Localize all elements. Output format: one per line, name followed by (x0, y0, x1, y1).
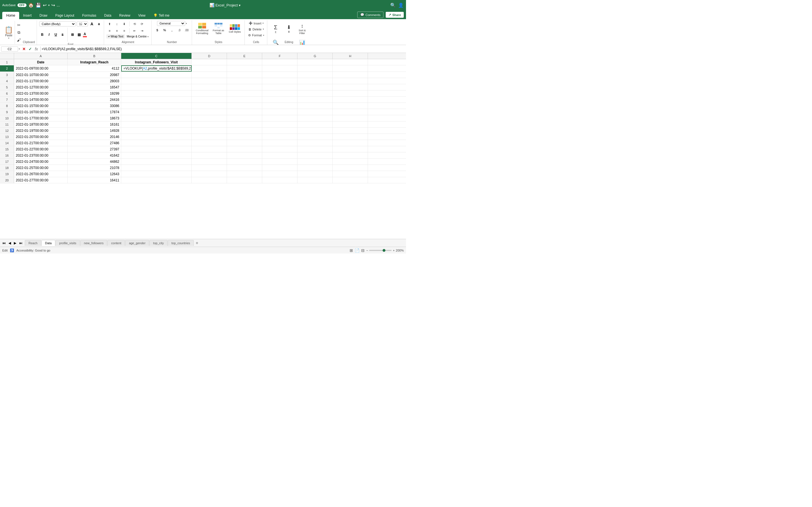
row-num-18[interactable]: 18 (0, 165, 14, 171)
sheet-tab-age-gender[interactable]: age_gender (125, 240, 149, 246)
conditional-formatting-button[interactable]: Conditional Formatting (194, 21, 210, 37)
name-box[interactable] (1, 47, 18, 52)
cell-f12[interactable] (262, 128, 297, 133)
cell-d14[interactable] (192, 140, 227, 146)
cell-f10[interactable] (262, 115, 297, 121)
row-num-6[interactable]: 6 (0, 91, 14, 96)
strikethrough-button[interactable]: S (59, 32, 66, 38)
home-icon[interactable]: 🏠 (28, 3, 34, 8)
cell-a19[interactable]: 2022-01-26T00:00:00 (14, 171, 68, 177)
cell-a13[interactable]: 2022-01-20T00:00:00 (14, 134, 68, 140)
cell-f18[interactable] (262, 165, 297, 171)
cell-a6[interactable]: 2022-01-13T00:00:00 (14, 91, 68, 96)
cell-b3[interactable]: 20987 (68, 72, 121, 78)
align-left-button[interactable]: ≡ (106, 27, 113, 34)
cell-f5[interactable] (262, 84, 297, 90)
cell-c19[interactable] (121, 171, 192, 177)
cell-e8[interactable] (227, 103, 262, 109)
redo-icon[interactable]: ↪ (51, 3, 55, 8)
autosum-button[interactable]: Σ Σ (269, 21, 282, 37)
cell-h3[interactable] (333, 72, 368, 78)
row-num-15[interactable]: 15 (0, 146, 14, 152)
cell-h18[interactable] (333, 165, 368, 171)
col-header-c[interactable]: C (121, 53, 192, 59)
cell-d11[interactable] (192, 121, 227, 127)
cell-b9[interactable]: 17874 (68, 109, 121, 115)
font-size-select[interactable]: 12 (77, 21, 88, 26)
cell-c18[interactable] (121, 165, 192, 171)
cell-g20[interactable] (297, 177, 333, 183)
cell-f7[interactable] (262, 97, 297, 103)
cell-f14[interactable] (262, 140, 297, 146)
cell-d9[interactable] (192, 109, 227, 115)
row-num-19[interactable]: 19 (0, 171, 14, 177)
cell-e9[interactable] (227, 109, 262, 115)
cell-c1[interactable]: Instagram_Followers_Visit (121, 59, 192, 65)
row-num-12[interactable]: 12 (0, 128, 14, 133)
increase-decimal-button[interactable]: .0 (176, 27, 183, 33)
sheet-nav-left[interactable]: ◀ (7, 240, 12, 245)
tab-page-layout[interactable]: Page Layout (51, 12, 78, 19)
copy-button[interactable]: ⧉ (15, 29, 22, 36)
cell-d5[interactable] (192, 84, 227, 90)
cell-a15[interactable]: 2022-01-22T00:00:00 (14, 146, 68, 152)
cell-styles-button[interactable]: Cell Styles (227, 21, 243, 37)
sheet-tab-data[interactable]: Data (42, 240, 55, 246)
cell-f17[interactable] (262, 159, 297, 165)
cell-e16[interactable] (227, 152, 262, 158)
cell-e10[interactable] (227, 115, 262, 121)
cell-c15[interactable] (121, 146, 192, 152)
fill-button[interactable]: ⬇ ⬇ (283, 21, 295, 37)
fill-color-button[interactable]: ▧ (76, 32, 82, 38)
cell-a7[interactable]: 2022-01-14T00:00:00 (14, 97, 68, 103)
cell-g9[interactable] (297, 109, 333, 115)
cell-c13[interactable] (121, 134, 192, 140)
cell-b5[interactable]: 16547 (68, 84, 121, 90)
account-icon[interactable]: 👤 (398, 3, 404, 8)
cell-e15[interactable] (227, 146, 262, 152)
cell-b13[interactable]: 20146 (68, 134, 121, 140)
cell-c12[interactable] (121, 128, 192, 133)
row-num-16[interactable]: 16 (0, 152, 14, 158)
cell-e5[interactable] (227, 84, 262, 90)
cell-e4[interactable] (227, 78, 262, 84)
cell-b2[interactable]: 4112 (68, 65, 121, 71)
cell-c11[interactable] (121, 121, 192, 127)
cell-h6[interactable] (333, 91, 368, 96)
orientation-button[interactable]: ⟳ (139, 21, 146, 27)
cell-e11[interactable] (227, 121, 262, 127)
col-header-a[interactable]: A (14, 53, 68, 59)
cell-f20[interactable] (262, 177, 297, 183)
cancel-formula-button[interactable]: ✕ (21, 46, 27, 52)
cell-a17[interactable]: 2022-01-24T00:00:00 (14, 159, 68, 165)
wrap-text-button[interactable]: ↵ Wrap Text (106, 34, 125, 39)
cell-h9[interactable] (333, 109, 368, 115)
cut-button[interactable]: ✂ (15, 22, 22, 28)
cell-b19[interactable]: 12643 (68, 171, 121, 177)
cell-c4[interactable] (121, 78, 192, 84)
cell-g6[interactable] (297, 91, 333, 96)
cell-h8[interactable] (333, 103, 368, 109)
row-num-4[interactable]: 4 (0, 78, 14, 84)
cell-a14[interactable]: 2022-01-21T00:00:00 (14, 140, 68, 146)
cell-d15[interactable] (192, 146, 227, 152)
cell-c16[interactable] (121, 152, 192, 158)
cell-d7[interactable] (192, 97, 227, 103)
indent-increase-button[interactable]: ⇥ (139, 27, 146, 34)
cell-c3[interactable] (121, 72, 192, 78)
cell-d12[interactable] (192, 128, 227, 133)
font-family-select[interactable]: Calibri (Body) (39, 21, 76, 26)
cell-d8[interactable] (192, 103, 227, 109)
cell-e12[interactable] (227, 128, 262, 133)
cell-g7[interactable] (297, 97, 333, 103)
cell-h5[interactable] (333, 84, 368, 90)
cell-d4[interactable] (192, 78, 227, 84)
row-num-17[interactable]: 17 (0, 159, 14, 165)
cell-f15[interactable] (262, 146, 297, 152)
cell-c10[interactable] (121, 115, 192, 121)
align-right-button[interactable]: ≡ (121, 27, 128, 34)
cell-a8[interactable]: 2022-01-15T00:00:00 (14, 103, 68, 109)
zoom-out-button[interactable]: − (366, 249, 368, 252)
cell-e14[interactable] (227, 140, 262, 146)
insert-button[interactable]: ➕ Insert ▾ (248, 21, 265, 25)
